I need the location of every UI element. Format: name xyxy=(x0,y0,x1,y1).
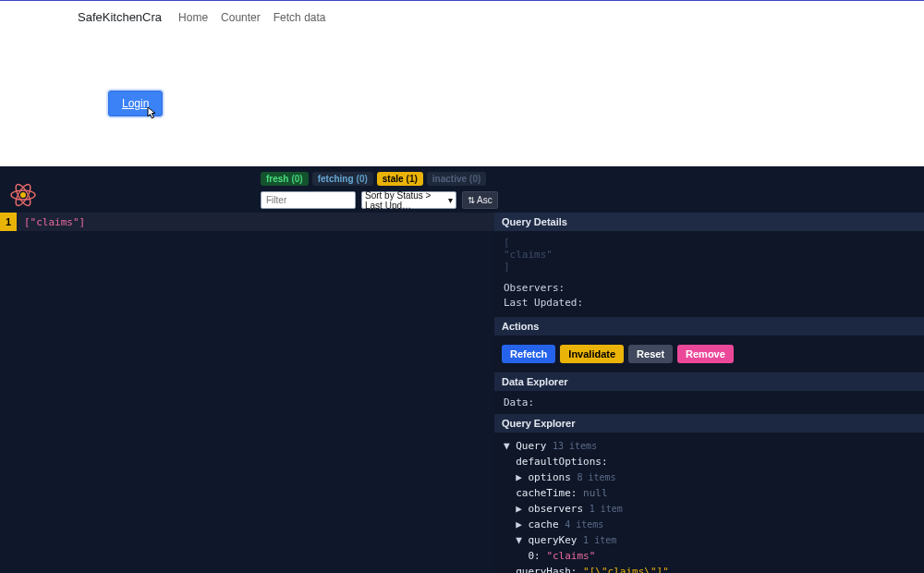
sort-select-label: Sort by Status > Last Upd… xyxy=(365,190,448,211)
status-fresh-label: fresh xyxy=(266,174,288,184)
sort-arrows-icon: ⇅ xyxy=(468,195,475,205)
query-row[interactable]: 1 ["claims"] xyxy=(0,213,494,231)
status-stale[interactable]: stale (1) xyxy=(377,172,423,186)
query-explorer-tree[interactable]: ▼ Query 13 items defaultOptions: ▶ optio… xyxy=(494,433,924,573)
actions-title: Actions xyxy=(494,317,924,335)
data-explorer-title: Data Explorer xyxy=(494,372,924,391)
query-details-title: Query Details xyxy=(494,213,924,231)
chevron-down-icon: ▾ xyxy=(448,195,453,205)
page-content: Login xyxy=(0,33,924,166)
status-stale-count: (1) xyxy=(407,174,418,184)
tree-line: cacheTime: null xyxy=(504,485,915,501)
react-query-devtools: fresh (0) fetching (0) stale (1) inactiv… xyxy=(0,166,924,573)
reset-button[interactable]: Reset xyxy=(628,345,673,363)
brand[interactable]: SafeKitchenCra xyxy=(78,10,162,24)
status-fetching-label: fetching xyxy=(318,174,354,184)
status-fresh-count: (0) xyxy=(291,174,302,184)
status-fresh[interactable]: fresh (0) xyxy=(261,172,309,186)
sort-select[interactable]: Sort by Status > Last Upd… ▾ xyxy=(361,191,456,209)
status-inactive-count: (0) xyxy=(469,174,480,184)
detail-pre-1: "claims" xyxy=(504,249,915,261)
cursor-icon xyxy=(147,106,158,121)
query-key: ["claims"] xyxy=(24,216,85,228)
nav-counter[interactable]: Counter xyxy=(221,11,261,24)
status-filters: fresh (0) fetching (0) stale (1) inactiv… xyxy=(261,172,687,186)
data-label: Data: xyxy=(504,396,534,408)
filter-input[interactable] xyxy=(261,191,356,209)
refetch-button[interactable]: Refetch xyxy=(502,345,555,363)
last-updated-label: Last Updated: xyxy=(504,297,583,309)
status-fetching-count: (0) xyxy=(357,174,368,184)
navbar: SafeKitchenCra Home Counter Fetch data xyxy=(0,1,924,33)
sort-direction-label: Asc xyxy=(477,195,492,205)
detail-pre-0: [ xyxy=(504,237,915,249)
tree-line: 0: "claims" xyxy=(504,548,915,564)
query-observer-count: 1 xyxy=(0,213,17,231)
actions-row: Refetch Invalidate Reset Remove xyxy=(494,335,924,372)
tree-root[interactable]: ▼ Query 13 items xyxy=(504,438,915,454)
query-explorer-title: Query Explorer xyxy=(494,414,924,433)
status-fetching[interactable]: fetching (0) xyxy=(312,172,373,186)
tree-line: defaultOptions: xyxy=(504,454,915,469)
tree-line[interactable]: ▶ options 8 items xyxy=(504,469,915,485)
svg-point-3 xyxy=(20,192,26,198)
invalidate-button[interactable]: Invalidate xyxy=(560,345,624,363)
query-details-panel: Query Details [ "claims" ] Observers: La… xyxy=(494,213,924,573)
remove-button[interactable]: Remove xyxy=(677,345,734,363)
sort-direction-button[interactable]: ⇅ Asc xyxy=(462,191,498,209)
status-inactive-label: inactive xyxy=(432,174,467,184)
detail-pre-2: ] xyxy=(504,261,915,273)
nav-fetch-data[interactable]: Fetch data xyxy=(274,11,326,24)
tree-line[interactable]: ▶ observers 1 item xyxy=(504,501,915,517)
tree-line[interactable]: ▶ cache 4 items xyxy=(504,517,915,532)
tree-line: queryHash: "[\"claims\"]" xyxy=(504,564,915,573)
status-inactive[interactable]: inactive (0) xyxy=(427,172,486,186)
nav-home[interactable]: Home xyxy=(178,11,208,24)
tree-line[interactable]: ▼ queryKey 1 item xyxy=(504,532,915,548)
observers-label: Observers: xyxy=(504,282,565,294)
status-stale-label: stale xyxy=(383,174,404,184)
react-query-logo-icon xyxy=(9,181,37,209)
query-list: 1 ["claims"] xyxy=(0,213,494,573)
